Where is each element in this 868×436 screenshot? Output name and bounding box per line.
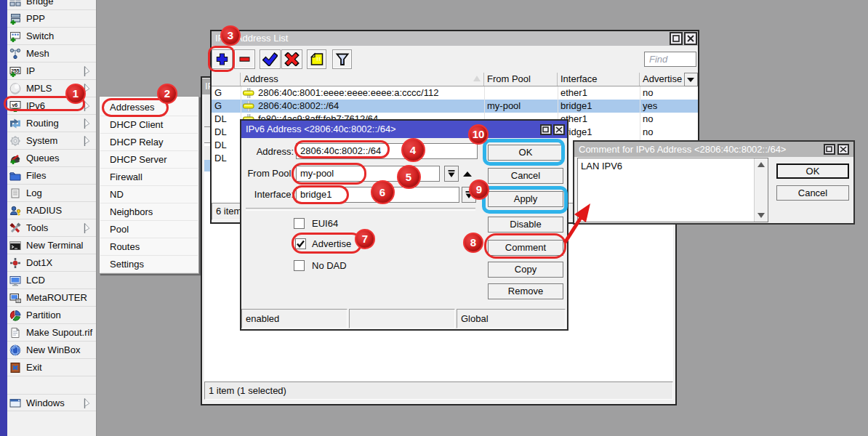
- sidebar-item-metarouter[interactable]: MetaROUTER: [7, 289, 96, 307]
- column-address[interactable]: Address: [241, 73, 484, 86]
- highlight-from-pool-input: [292, 163, 366, 185]
- comment-textarea[interactable]: LAN IPV6: [577, 158, 768, 222]
- sidebar-item-partition[interactable]: Partition: [7, 307, 96, 324]
- mesh-icon: [9, 48, 21, 60]
- sidebar-item-windows[interactable]: Windows: [7, 394, 96, 411]
- partition-icon: [9, 310, 21, 321]
- sidebar-item-new-winbox[interactable]: New WinBox: [7, 342, 96, 359]
- sidebar-item-label: Log: [26, 185, 42, 201]
- submenu-item-dhcp-relay[interactable]: DHCP Relay: [100, 134, 198, 151]
- step-circle-1: 1: [65, 84, 86, 104]
- comment-maximize-button[interactable]: [824, 144, 835, 155]
- main-menu-sidebar: BridgePPPSwitchMesh255IPMPLSv6IPv6Routin…: [7, 0, 97, 436]
- comment-close-button[interactable]: [837, 144, 849, 155]
- sidebar-item-dot1x[interactable]: Dot1X: [7, 254, 96, 272]
- dialog-status-enabled: enabled: [241, 309, 347, 328]
- annotation-arrow: [560, 198, 596, 249]
- column-from-pool[interactable]: From Pool: [484, 73, 558, 86]
- maximize-button[interactable]: [670, 32, 683, 45]
- sidebar-item-routing[interactable]: Routing: [7, 115, 96, 132]
- copy-button[interactable]: Copy: [488, 262, 563, 278]
- dialog-close-button[interactable]: [553, 124, 565, 135]
- sidebar-item-ip[interactable]: 255IP: [7, 62, 96, 80]
- sidebar-item-lcd[interactable]: LCD: [7, 272, 96, 289]
- disable-button-dialog[interactable]: Disable: [488, 217, 563, 233]
- from-pool-label: From Pool:: [243, 166, 294, 182]
- step-circle-6: 6: [371, 180, 395, 204]
- sidebar-item-tools[interactable]: Tools: [7, 219, 96, 237]
- sidebar-item-log[interactable]: Log: [7, 185, 96, 202]
- maximize-icon: [671, 33, 681, 44]
- filter-button[interactable]: [332, 49, 352, 69]
- sidebar-item-ppp[interactable]: PPP: [7, 10, 96, 28]
- routing-icon: [9, 118, 21, 129]
- sidebar-item-files[interactable]: Files: [7, 167, 96, 185]
- collapse-arrow-icon[interactable]: [463, 171, 472, 177]
- comment-ok-button[interactable]: OK: [776, 164, 849, 179]
- submenu-item-label: Routes: [110, 238, 140, 255]
- sidebar-item-mesh[interactable]: Mesh: [7, 45, 96, 62]
- comment-scrollbar[interactable]: [754, 158, 768, 222]
- sidebar-item-switch[interactable]: Switch: [7, 28, 96, 45]
- sidebar-item-label: Exit: [26, 359, 42, 376]
- sidebar-item-queues[interactable]: Queues: [7, 150, 96, 167]
- sidebar-item-label: MetaROUTER: [26, 289, 87, 306]
- column-interface[interactable]: Interface: [558, 73, 640, 86]
- submenu-item-nd[interactable]: ND: [100, 186, 198, 203]
- sidebar-item-exit[interactable]: Exit: [7, 359, 96, 376]
- cell-from-pool: [487, 86, 557, 100]
- column-menu-button[interactable]: [684, 73, 698, 86]
- remove-button[interactable]: [234, 49, 255, 69]
- submenu-item-pool[interactable]: Pool: [100, 221, 198, 238]
- dialog-maximize-button[interactable]: [540, 124, 552, 135]
- column-advertise[interactable]: Advertise: [640, 73, 683, 86]
- find-input[interactable]: Find: [644, 52, 696, 67]
- window-edge-strip: [0, 0, 7, 436]
- submenu-item-dhcp-server[interactable]: DHCP Server: [100, 151, 198, 169]
- submenu-item-dhcp-client[interactable]: DHCP Client: [100, 116, 198, 134]
- sidebar-item-bridge[interactable]: Bridge: [7, 0, 96, 10]
- disable-button[interactable]: [281, 49, 302, 69]
- column-flags[interactable]: [212, 73, 241, 86]
- comment-cancel-button[interactable]: Cancel: [776, 185, 849, 201]
- radius-icon: [9, 205, 21, 217]
- remove-button-dialog[interactable]: Remove: [488, 283, 563, 299]
- table-row[interactable]: G2806:40c:8001:eeee:eeee:eeee:a:cccc/112…: [212, 86, 698, 100]
- address-label: Address:: [243, 144, 294, 160]
- submenu-item-routes[interactable]: Routes: [100, 238, 198, 256]
- submenu-item-label: Pool: [110, 221, 129, 238]
- winbox-icon: [9, 344, 21, 356]
- highlight-add-button: [208, 46, 235, 72]
- enable-check-icon: [262, 52, 278, 66]
- cell-interface: ether1: [560, 113, 639, 126]
- submenu-item-firewall[interactable]: Firewall: [100, 169, 198, 186]
- submenu-item-neighbors[interactable]: Neighbors: [100, 203, 198, 221]
- sidebar-item-make-supout-rif[interactable]: Make Supout.rif: [7, 324, 96, 342]
- eui64-checkbox[interactable]: [294, 218, 305, 229]
- sidebar-item-new-terminal[interactable]: New Terminal: [7, 237, 96, 254]
- cell-advertise: no: [643, 126, 694, 139]
- sidebar-item-label: Mesh: [26, 45, 49, 62]
- submenu-item-label: DHCP Relay: [110, 134, 163, 150]
- remove-icon: [237, 52, 252, 66]
- close-button[interactable]: [684, 32, 697, 45]
- metarouter-icon: [9, 292, 21, 304]
- highlight-comment-button: [484, 233, 566, 259]
- comment-note-icon: [310, 52, 324, 66]
- table-row[interactable]: G2806:40c:8002::/64my-poolbridge1yes: [212, 100, 698, 113]
- no-dad-label: No DAD: [312, 260, 347, 271]
- cancel-button[interactable]: Cancel: [488, 168, 563, 184]
- enable-button[interactable]: [260, 49, 281, 69]
- system-icon: [9, 135, 21, 147]
- ipv6-address-dialog-titlebar: IPv6 Address <2806:40c:8002::/64>: [241, 121, 567, 138]
- no-dad-checkbox[interactable]: [294, 260, 305, 271]
- cell-flags: DL: [214, 113, 238, 126]
- cell-advertise: no: [643, 113, 694, 126]
- comment-toolbar-button[interactable]: [307, 49, 326, 69]
- from-pool-dropdown-button[interactable]: [444, 166, 459, 182]
- submenu-item-settings[interactable]: Settings: [100, 256, 198, 273]
- sidebar-item-radius[interactable]: RADIUS: [7, 202, 96, 219]
- submenu-item-label: DHCP Server: [110, 151, 167, 168]
- sidebar-item-system[interactable]: System: [7, 132, 96, 150]
- step-circle-2: 2: [157, 84, 177, 104]
